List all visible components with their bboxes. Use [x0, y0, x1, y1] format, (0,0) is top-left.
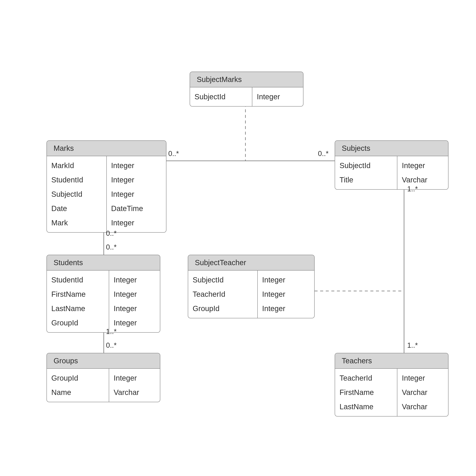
field-type: Integer — [397, 371, 448, 385]
entity-students: Students StudentId FirstName LastName Gr… — [47, 255, 160, 333]
field-name: TeacherId — [188, 287, 257, 301]
cardinality-label: 0..* — [168, 150, 179, 158]
field-name: GroupId — [47, 371, 109, 385]
entity-subjectteacher: SubjectTeacher SubjectId TeacherId Group… — [188, 255, 315, 318]
entity-subjectmarks: SubjectMarks SubjectId Integer — [190, 72, 304, 106]
er-diagram-canvas: SubjectMarks SubjectId Integer Marks Mar… — [0, 0, 476, 476]
field-type: Integer — [109, 273, 160, 287]
field-name: FirstName — [335, 385, 397, 400]
field-name: Date — [47, 201, 106, 216]
entity-subjects: Subjects SubjectId Title Integer Varchar — [335, 140, 448, 190]
field-type: Integer — [107, 216, 166, 230]
field-name: SubjectId — [190, 90, 252, 104]
entity-title: Marks — [47, 141, 166, 156]
field-type: Varchar — [397, 400, 448, 414]
field-type: Integer — [107, 187, 166, 201]
field-type: Integer — [109, 301, 160, 316]
entity-title: Students — [47, 255, 160, 271]
field-name: GroupId — [47, 316, 109, 330]
field-type: Integer — [252, 90, 303, 104]
entity-title: SubjectTeacher — [188, 255, 314, 271]
cardinality-label: 1..* — [407, 341, 418, 349]
cardinality-label: 1..* — [106, 328, 117, 336]
field-name: SubjectId — [335, 158, 397, 173]
entity-title: Teachers — [335, 353, 448, 369]
entity-title: Groups — [47, 353, 160, 369]
field-name: Mark — [47, 216, 106, 230]
field-type: Integer — [109, 316, 160, 330]
field-type: Integer — [107, 173, 166, 187]
entity-title: SubjectMarks — [190, 72, 303, 87]
cardinality-label: 1..* — [407, 185, 418, 193]
field-name: GroupId — [188, 301, 257, 316]
cardinality-label: 0..* — [106, 341, 117, 349]
field-type: Integer — [397, 158, 448, 173]
entity-title: Subjects — [335, 141, 448, 156]
field-name: SubjectId — [188, 273, 257, 287]
entity-marks: Marks MarkId StudentId SubjectId Date Ma… — [47, 140, 166, 233]
field-name: StudentId — [47, 173, 106, 187]
field-type: DateTime — [107, 201, 166, 216]
field-name: Name — [47, 385, 109, 400]
field-type: Varchar — [109, 385, 160, 400]
field-type: Integer — [258, 301, 314, 316]
field-name: StudentId — [47, 273, 109, 287]
field-name: MarkId — [47, 158, 106, 173]
field-type: Integer — [109, 287, 160, 301]
field-name: TeacherId — [335, 371, 397, 385]
field-name: Title — [335, 173, 397, 187]
field-name: SubjectId — [47, 187, 106, 201]
cardinality-label: 0..* — [106, 229, 117, 238]
field-type: Integer — [109, 371, 160, 385]
cardinality-label: 0..* — [106, 243, 117, 251]
field-type: Integer — [258, 287, 314, 301]
cardinality-label: 0..* — [318, 150, 329, 158]
field-type: Integer — [107, 158, 166, 173]
field-name: FirstName — [47, 287, 109, 301]
field-name: LastName — [335, 400, 397, 414]
field-type: Varchar — [397, 173, 448, 187]
field-type: Integer — [258, 273, 314, 287]
field-name: LastName — [47, 301, 109, 316]
field-type: Varchar — [397, 385, 448, 400]
entity-groups: Groups GroupId Name Integer Varchar — [47, 353, 160, 402]
entity-teachers: Teachers TeacherId FirstName LastName In… — [335, 353, 448, 416]
